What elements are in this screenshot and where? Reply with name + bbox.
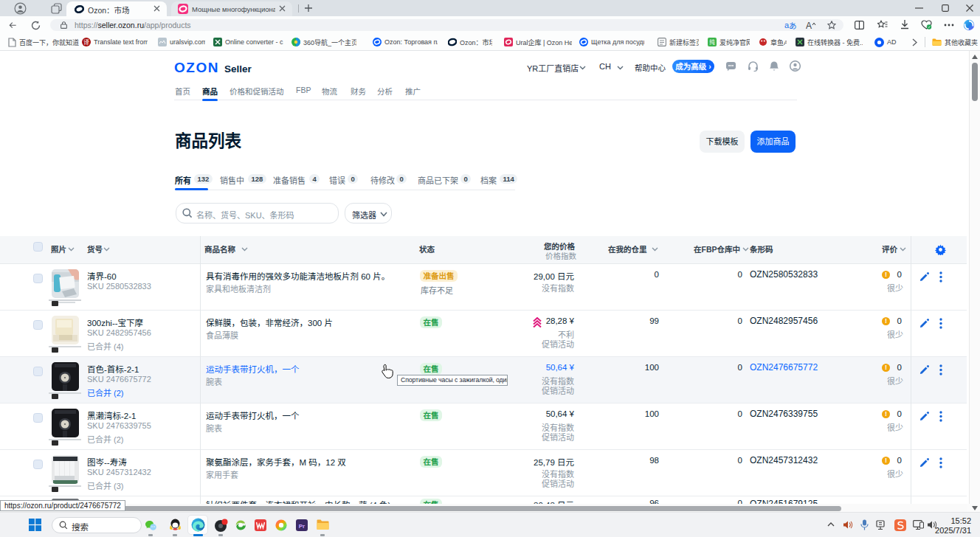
- svg-text:A: A: [806, 21, 812, 30]
- svg-text:Pr: Pr: [299, 523, 305, 530]
- svg-text:译: 译: [83, 38, 89, 46]
- svg-text:纯: 纯: [709, 38, 715, 46]
- svg-text:あ: あ: [789, 21, 797, 30]
